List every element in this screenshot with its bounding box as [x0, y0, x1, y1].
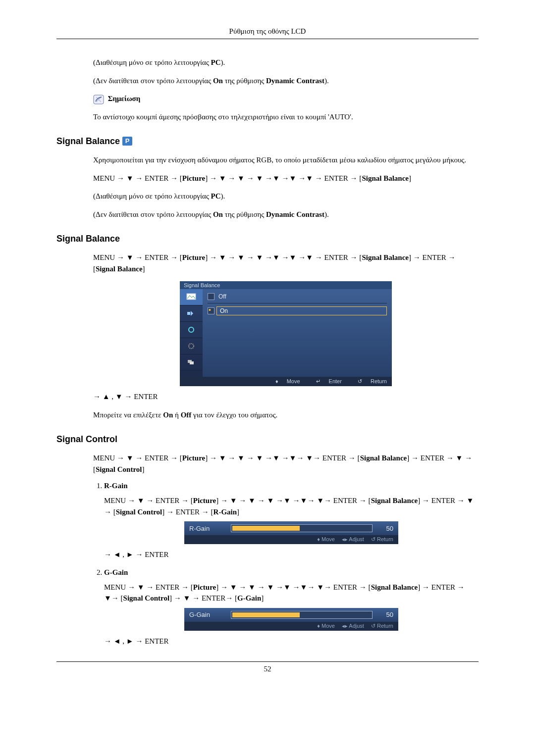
footer-divider: [56, 661, 479, 662]
heading-signal-balance-1: Signal Balance P: [56, 136, 479, 147]
sb2-post: → ▲ , ▼ → ENTER: [93, 391, 479, 403]
foot-adjust: ◂▸ Adjust: [342, 536, 364, 543]
text: Μπορείτε να επιλέξετε: [93, 411, 163, 419]
note-label: Σημείωση: [108, 95, 141, 102]
text: Picture: [182, 174, 205, 182]
osd-empty: [208, 318, 387, 373]
text: ).: [221, 192, 225, 200]
text: Adjust: [349, 536, 364, 542]
pc-mode-icon: P: [122, 137, 132, 146]
text-dc: Dynamic Contrast: [266, 77, 324, 85]
heading-signal-balance-2: Signal Balance: [56, 234, 479, 244]
text: Signal Balance: [371, 583, 418, 591]
text: Signal Balance: [362, 174, 409, 182]
text: (Διαθέσιμη μόνο σε τρόπο λειτουργίας: [93, 192, 211, 200]
text: Signal Balance: [96, 265, 143, 273]
gear-icon: [186, 342, 196, 350]
osd-slider-rgain: R-Gain 50 ♦ Move ◂▸ Adjust ↺ Return: [184, 521, 398, 544]
radio-unchecked-icon: [208, 293, 214, 300]
sb2-note: Μπορείτε να επιλέξετε On ή Off για τον έ…: [93, 409, 479, 421]
osd-side-item[interactable]: [180, 305, 203, 322]
text: Move: [321, 536, 335, 542]
text-on: On: [213, 77, 223, 85]
text: Signal Control: [116, 508, 162, 516]
rgain-path: MENU → ▼ → ENTER → [Picture] → ▼ → ▼ → ▼…: [104, 495, 479, 517]
text: PC: [211, 192, 221, 200]
foot-return: ↺ Return: [371, 623, 393, 629]
signal-control-list: R-Gain MENU → ▼ → ENTER → [Picture] → ▼ …: [93, 482, 479, 647]
text: MENU → ▼ → ENTER → [: [104, 583, 193, 591]
foot-move: ♦ Move: [317, 536, 335, 543]
text: ] → ▼ → ▼ → ▼ →▼ →▼→ ▼→ ENTER → [: [216, 497, 371, 504]
osd-option-off[interactable]: Off: [208, 293, 387, 300]
ggain-post: → ◄ , ► → ENTER: [104, 636, 479, 647]
text: Picture: [182, 454, 205, 462]
osd-body: Off On: [180, 289, 392, 377]
osd-option-on[interactable]: On: [208, 306, 387, 315]
option-label: On: [220, 307, 228, 314]
text: Dynamic Contrast: [266, 210, 324, 218]
text: Signal Control: [123, 594, 170, 602]
text: Signal Balance: [362, 253, 409, 261]
not-available-on-2: (Δεν διατίθεται στον τρόπο λειτουργίας O…: [93, 209, 479, 220]
svg-rect-2: [187, 312, 190, 315]
text: ]: [261, 594, 264, 602]
text: ] → ▼ → ▼ → ▼ →▼ →▼→ ▼→ ENTER → [: [205, 454, 360, 462]
sound-icon: [186, 309, 196, 317]
text: ).: [324, 210, 329, 218]
text: ]: [409, 174, 411, 182]
foot-move: ♦ Move: [268, 378, 300, 385]
slider-row: G-Gain 50: [184, 608, 398, 622]
slider-footer: ♦ Move ◂▸ Adjust ↺ Return: [184, 622, 398, 631]
slider-track[interactable]: [231, 611, 373, 619]
text: Move: [280, 378, 300, 384]
text: MENU → ▼ → ENTER → [: [93, 174, 182, 182]
sc-path: MENU → ▼ → ENTER → [Picture] → ▼ → ▼ → ▼…: [93, 453, 479, 475]
osd-title: Signal Balance: [180, 281, 392, 289]
not-available-on: (Δεν διατίθεται στον τρόπο λειτουργίας O…: [93, 75, 479, 87]
text: On: [163, 411, 173, 419]
text: Signal Control: [96, 465, 142, 473]
foot-adjust: ◂▸ Adjust: [342, 623, 364, 629]
sb2-block: MENU → ▼ → ENTER → [Picture] → ▼ → ▼ → ▼…: [93, 252, 479, 420]
text: Return: [377, 623, 393, 629]
svg-rect-6: [190, 361, 194, 364]
osd-side-item[interactable]: [180, 289, 203, 305]
text: On: [213, 210, 223, 218]
slider-track[interactable]: [231, 524, 373, 532]
sb1-block: Χρησιμοποιείται για την ενίσχυση αδύναμο…: [93, 154, 479, 220]
sb2-path: MENU → ▼ → ENTER → [Picture] → ▼ → ▼ → ▼…: [93, 252, 479, 274]
heading-text: Signal Balance: [56, 136, 120, 146]
option-label-selected: On: [216, 306, 387, 315]
item-title: R-Gain: [104, 482, 479, 490]
intro-block: (Διαθέσιμη μόνο σε τρόπο λειτουργίας PC)…: [93, 57, 479, 122]
availability-pc-2: (Διαθέσιμη μόνο σε τρόπο λειτουργίας PC)…: [93, 191, 479, 202]
text: ).: [324, 77, 329, 85]
osd-signal-balance: Signal Balance Off: [180, 281, 392, 386]
item-title: G-Gain: [104, 568, 479, 577]
osd-side-item[interactable]: [180, 338, 203, 354]
divider: [56, 39, 479, 39]
text: της ρύθμισης: [223, 77, 266, 85]
text: ] → ▼ → ENTER→ [: [169, 594, 237, 602]
text: ή: [173, 411, 180, 419]
text: Return: [377, 536, 393, 542]
page-header: Ρύθμιση της οθόνης LCD: [56, 27, 479, 36]
text: Picture: [182, 253, 205, 261]
foot-enter: ↵ Enter: [309, 378, 342, 385]
sc-block: MENU → ▼ → ENTER → [Picture] → ▼ → ▼ → ▼…: [93, 453, 479, 647]
text: Adjust: [349, 623, 364, 629]
osd-side-item[interactable]: [180, 322, 203, 338]
text: ]: [143, 265, 145, 273]
slider-label: G-Gain: [189, 611, 224, 618]
osd-side-nav: [180, 289, 203, 377]
slider-value: 50: [379, 611, 393, 618]
text: (Διαθέσιμη μόνο σε τρόπο λειτουργίας: [93, 58, 211, 66]
manual-page: Ρύθμιση της οθόνης LCD (Διαθέσιμη μόνο σ…: [0, 0, 535, 756]
text: ]: [237, 508, 239, 516]
svg-point-3: [189, 327, 194, 332]
slider-fill: [232, 612, 300, 617]
osd-side-item[interactable]: [180, 354, 203, 371]
text: Picture: [193, 497, 216, 504]
text: R-Gain: [214, 508, 237, 516]
